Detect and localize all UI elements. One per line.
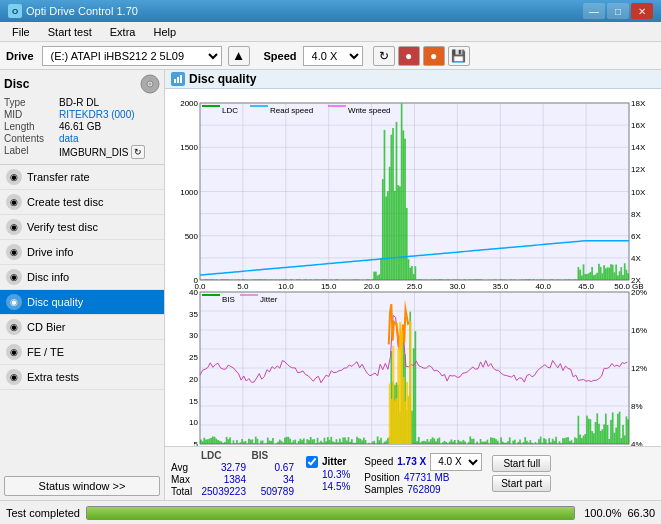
nav-disc-info[interactable]: ◉ Disc info — [0, 265, 164, 290]
eject-button[interactable]: ▲ — [228, 46, 250, 66]
mid-label: MID — [4, 109, 59, 120]
minimize-button[interactable]: — — [583, 3, 605, 19]
jitter-avg-val: 10.3% — [306, 469, 350, 480]
transfer-rate-icon: ◉ — [6, 169, 22, 185]
total-ldc: 25039223 — [199, 486, 254, 497]
speed-row: Speed 1.73 X 4.0 X — [364, 453, 482, 471]
start-full-button[interactable]: Start full — [492, 455, 551, 472]
type-label: Type — [4, 97, 59, 108]
drive-bar: Drive (E:) ATAPI iHBS212 2 5L09 ▲ Speed … — [0, 42, 661, 70]
contents-label: Contents — [4, 133, 59, 144]
nav-verify-test-disc-label: Verify test disc — [27, 221, 98, 233]
start-part-button[interactable]: Start part — [492, 475, 551, 492]
nav-create-test-disc[interactable]: ◉ Create test disc — [0, 190, 164, 215]
nav-disc-quality[interactable]: ◉ Disc quality — [0, 290, 164, 315]
samples-value: 762809 — [407, 484, 440, 495]
charts-area — [165, 89, 661, 446]
progress-percent: 100.0% — [581, 507, 621, 519]
stats-footer: LDC BIS Avg 32.79 0.67 Max 1384 34 Tot — [165, 446, 661, 500]
contents-value[interactable]: data — [59, 133, 78, 144]
disc-info-icon: ◉ — [6, 269, 22, 285]
nav-disc-info-label: Disc info — [27, 271, 69, 283]
jitter-checkbox[interactable] — [306, 456, 318, 468]
close-button[interactable]: ✕ — [631, 3, 653, 19]
status-window-button[interactable]: Status window >> — [4, 476, 160, 496]
mid-value[interactable]: RITEKDR3 (000) — [59, 109, 135, 120]
disc-contents-row: Contents data — [4, 133, 160, 144]
avg-label: Avg — [171, 462, 199, 473]
total-bis: 509789 — [254, 486, 294, 497]
nav-extra-tests[interactable]: ◉ Extra tests — [0, 365, 164, 390]
right-panel: Disc quality LDC BIS Avg 32.79 0.67 — [165, 70, 661, 500]
samples-row: Samples 762809 — [364, 484, 482, 495]
stats-header: LDC BIS — [171, 450, 294, 461]
nav-transfer-rate[interactable]: ◉ Transfer rate — [0, 165, 164, 190]
drive-icon-btn1[interactable]: ● — [398, 46, 420, 66]
title-bar: O Opti Drive Control 1.70 — □ ✕ — [0, 0, 661, 22]
nav-fe-te-label: FE / TE — [27, 346, 64, 358]
speed-label: Speed — [264, 50, 297, 62]
total-row: Total 25039223 509789 — [171, 486, 294, 497]
progress-bar-outer — [86, 506, 575, 520]
nav-drive-info-label: Drive info — [27, 246, 73, 258]
drive-select[interactable]: (E:) ATAPI iHBS212 2 5L09 — [42, 46, 222, 66]
disc-section: Disc Type BD-R DL MID RITEKDR3 (000) Le — [0, 70, 164, 165]
app-icon: O — [8, 4, 22, 18]
disc-icon[interactable] — [140, 74, 160, 94]
nav-fe-te[interactable]: ◉ FE / TE — [0, 340, 164, 365]
refresh-drive-button[interactable]: ↻ — [373, 46, 395, 66]
menu-start-test[interactable]: Start test — [40, 24, 100, 40]
status-value: 66.30 — [627, 507, 655, 519]
svg-rect-3 — [174, 79, 176, 83]
svg-rect-5 — [180, 75, 182, 83]
chart-header: Disc quality — [165, 70, 661, 89]
max-ldc: 1384 — [199, 474, 254, 485]
speed-stat-value: 1.73 X — [397, 456, 426, 467]
start-buttons: Start full Start part — [492, 455, 551, 492]
speed-select[interactable]: 4.0 X — [303, 46, 363, 66]
menu-extra[interactable]: Extra — [102, 24, 144, 40]
drive-icon-btn2[interactable]: ● — [423, 46, 445, 66]
svg-rect-4 — [177, 77, 179, 83]
position-label: Position — [364, 472, 400, 483]
nav-verify-test-disc[interactable]: ◉ Verify test disc — [0, 215, 164, 240]
main-content: Disc Type BD-R DL MID RITEKDR3 (000) Le — [0, 70, 661, 500]
app-title: Opti Drive Control 1.70 — [26, 5, 138, 17]
disc-length-row: Length 46.61 GB — [4, 121, 160, 132]
nav-drive-info[interactable]: ◉ Drive info — [0, 240, 164, 265]
menu-help[interactable]: Help — [145, 24, 184, 40]
nav-extra-tests-label: Extra tests — [27, 371, 79, 383]
nav-items: ◉ Transfer rate ◉ Create test disc ◉ Ver… — [0, 165, 164, 472]
avg-ldc: 32.79 — [199, 462, 254, 473]
jitter-stats: Jitter 10.3% 14.5% — [306, 456, 350, 492]
nav-cd-bier-label: CD Bier — [27, 321, 66, 333]
label-label: Label — [4, 145, 59, 159]
maximize-button[interactable]: □ — [607, 3, 629, 19]
position-row: Position 47731 MB — [364, 472, 482, 483]
nav-transfer-rate-label: Transfer rate — [27, 171, 90, 183]
stats-row: LDC BIS Avg 32.79 0.67 Max 1384 34 Tot — [171, 450, 655, 497]
svg-point-2 — [149, 83, 152, 86]
menu-bar: File Start test Extra Help — [0, 22, 661, 42]
drive-icons: ↻ ● ● 💾 — [373, 46, 470, 66]
jitter-label: Jitter — [322, 456, 346, 467]
label-refresh-button[interactable]: ↻ — [131, 145, 145, 159]
save-button[interactable]: 💾 — [448, 46, 470, 66]
label-container: IMGBURN_DIS ↻ — [59, 145, 145, 159]
max-row: Max 1384 34 — [171, 474, 294, 485]
ldc-header: LDC — [201, 450, 222, 461]
progress-bar-inner — [87, 507, 574, 519]
drive-info-icon: ◉ — [6, 244, 22, 260]
nav-cd-bier[interactable]: ◉ CD Bier — [0, 315, 164, 340]
title-bar-buttons[interactable]: — □ ✕ — [583, 3, 653, 19]
nav-disc-quality-label: Disc quality — [27, 296, 83, 308]
disc-mid-row: MID RITEKDR3 (000) — [4, 109, 160, 120]
length-label: Length — [4, 121, 59, 132]
speed-stat-select[interactable]: 4.0 X — [430, 453, 482, 471]
menu-file[interactable]: File — [4, 24, 38, 40]
drive-label: Drive — [6, 50, 34, 62]
total-label: Total — [171, 486, 199, 497]
disc-label-row: Label IMGBURN_DIS ↻ — [4, 145, 160, 159]
speed-position-stats: Speed 1.73 X 4.0 X Position 47731 MB Sam… — [364, 453, 482, 495]
extra-tests-icon: ◉ — [6, 369, 22, 385]
